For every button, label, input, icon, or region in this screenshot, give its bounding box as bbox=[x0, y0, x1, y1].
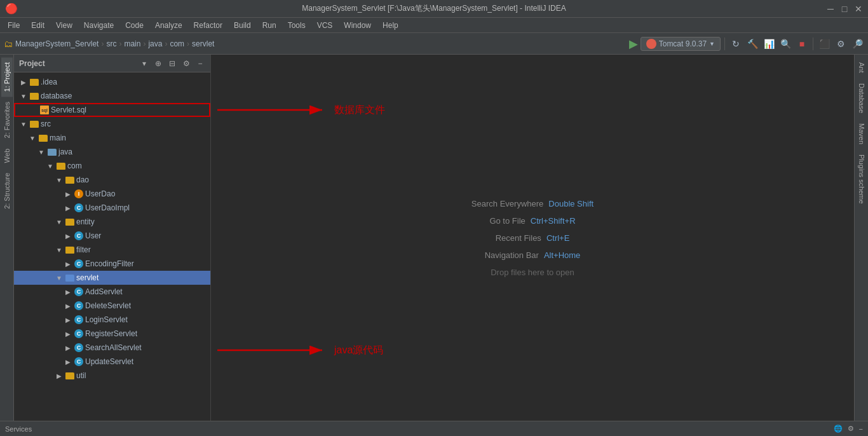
breadcrumb-com[interactable]: com bbox=[170, 39, 184, 48]
shortcut-goto-file: Go to File Ctrl+Shift+R bbox=[489, 216, 575, 226]
menu-code[interactable]: Code bbox=[120, 20, 149, 31]
menu-view[interactable]: View bbox=[51, 20, 78, 31]
maximize-button[interactable]: □ bbox=[840, 4, 849, 13]
close-button[interactable]: ✕ bbox=[854, 4, 863, 13]
menu-navigate[interactable]: Navigate bbox=[79, 20, 119, 31]
expand-java[interactable]: ▼ bbox=[37, 147, 46, 156]
expand-util[interactable]: ▶ bbox=[55, 371, 64, 380]
menu-window[interactable]: Window bbox=[339, 20, 376, 31]
tree-main[interactable]: ▼ main bbox=[14, 131, 210, 145]
tab-plugins[interactable]: Plugins scheme bbox=[856, 149, 867, 209]
tab-web[interactable]: Web bbox=[1, 144, 13, 168]
tree-idea[interactable]: ▶ .idea bbox=[14, 75, 210, 89]
expand-updateservlet[interactable]: ▶ bbox=[64, 357, 72, 366]
tree-entity[interactable]: ▼ entity bbox=[14, 215, 210, 229]
tab-ant[interactable]: Ant bbox=[856, 57, 867, 78]
menu-vcs[interactable]: VCS bbox=[312, 20, 338, 31]
tab-database[interactable]: Database bbox=[856, 78, 867, 118]
expand-entity[interactable]: ▼ bbox=[55, 217, 64, 226]
tab-maven[interactable]: Maven bbox=[856, 118, 867, 149]
tree-encodingfilter[interactable]: ▶ C EncodingFilter bbox=[14, 257, 210, 271]
tree-userdaoimpl-label: UserDaoImpl bbox=[85, 203, 130, 212]
project-collapse-btn[interactable]: ⊟ bbox=[167, 58, 177, 69]
minimize-button[interactable]: ─ bbox=[826, 4, 835, 13]
menu-run[interactable]: Run bbox=[257, 20, 281, 31]
search-everywhere-btn[interactable]: 🔎 bbox=[850, 37, 864, 51]
tree-src[interactable]: ▼ src bbox=[14, 117, 210, 131]
tree-database[interactable]: ▼ database bbox=[14, 89, 210, 103]
menu-help[interactable]: Help bbox=[377, 20, 403, 31]
menu-file[interactable]: File bbox=[3, 20, 25, 31]
tree-filter[interactable]: ▼ filter bbox=[14, 243, 210, 257]
expand-servlet[interactable]: ▼ bbox=[55, 273, 64, 282]
tree-util[interactable]: ▶ util bbox=[14, 369, 210, 383]
stop-button[interactable]: ■ bbox=[795, 37, 809, 51]
shortcut-recent-files: Recent Files Ctrl+E bbox=[496, 233, 570, 243]
expand-main[interactable]: ▼ bbox=[28, 133, 37, 142]
expand-addservlet[interactable]: ▶ bbox=[64, 287, 72, 296]
menu-tools[interactable]: Tools bbox=[283, 20, 311, 31]
expand-deleteservlet[interactable]: ▶ bbox=[64, 301, 72, 310]
expand-encodingfilter[interactable]: ▶ bbox=[64, 259, 72, 268]
settings-button[interactable]: ⚙ bbox=[834, 37, 848, 51]
class-icon-registerservlet: C bbox=[74, 329, 83, 338]
tree-updateservlet-label: UpdateServlet bbox=[85, 357, 133, 366]
tree-dao[interactable]: ▼ dao bbox=[14, 173, 210, 187]
project-minimize-btn[interactable]: − bbox=[195, 58, 205, 69]
menu-edit[interactable]: Edit bbox=[26, 20, 50, 31]
expand-searchallservlet[interactable]: ▶ bbox=[64, 343, 72, 352]
toolbar-right: ▶ Tomcat 9.0.37 ▼ ↻ 🔨 📊 🔍 ■ ⬛ ⚙ 🔎 bbox=[629, 37, 864, 51]
expand-com[interactable]: ▼ bbox=[46, 161, 55, 170]
tree-user[interactable]: ▶ C User bbox=[14, 229, 210, 243]
project-dropdown-btn[interactable]: ▾ bbox=[139, 58, 149, 69]
breadcrumb-project[interactable]: ManagerSystem_Servlet bbox=[15, 39, 98, 48]
breadcrumb-java[interactable]: java bbox=[148, 39, 162, 48]
breadcrumb-servlet[interactable]: servlet bbox=[192, 39, 214, 48]
project-add-btn[interactable]: ⊕ bbox=[153, 58, 163, 69]
tree-loginservlet[interactable]: ▶ C LoginServlet bbox=[14, 313, 210, 327]
expand-database[interactable]: ▼ bbox=[19, 92, 28, 100]
expand-dao[interactable]: ▼ bbox=[55, 175, 64, 184]
terminal-button[interactable]: ⬛ bbox=[817, 37, 831, 51]
expand-registerservlet[interactable]: ▶ bbox=[64, 329, 72, 338]
expand-idea[interactable]: ▶ bbox=[19, 78, 28, 86]
tree-searchallservlet[interactable]: ▶ C SearchAllServlet bbox=[14, 341, 210, 355]
tree-java[interactable]: ▼ java bbox=[14, 145, 210, 159]
reload-button[interactable]: ↻ bbox=[729, 37, 743, 51]
breadcrumb-main[interactable]: main bbox=[124, 39, 140, 48]
tree-userdao[interactable]: ▶ I UserDao bbox=[14, 187, 210, 201]
expand-userdaoimpl[interactable]: ▶ bbox=[64, 203, 72, 212]
expand-src[interactable]: ▼ bbox=[19, 119, 28, 128]
shortcut-label-search: Search Everywhere bbox=[471, 199, 543, 208]
tree-servlet[interactable]: ▼ servlet bbox=[14, 271, 210, 285]
expand-userdao[interactable]: ▶ bbox=[64, 189, 72, 198]
search-button[interactable]: 🔍 bbox=[778, 37, 792, 51]
menu-build[interactable]: Build bbox=[229, 20, 256, 31]
build-button[interactable]: 🔨 bbox=[745, 37, 759, 51]
tree-addservlet[interactable]: ▶ C AddServlet bbox=[14, 285, 210, 299]
project-settings-btn[interactable]: ⚙ bbox=[181, 58, 191, 69]
class-icon-loginservlet: C bbox=[74, 315, 83, 324]
tree-util-label: util bbox=[76, 371, 86, 380]
tab-project[interactable]: 1: Project bbox=[1, 57, 13, 97]
tree-registerservlet-label: RegisterServlet bbox=[85, 329, 137, 338]
tree-deleteservlet[interactable]: ▶ C DeleteServlet bbox=[14, 299, 210, 313]
tomcat-label: Tomcat 9.0.37 bbox=[659, 39, 707, 48]
expand-loginservlet[interactable]: ▶ bbox=[64, 315, 72, 324]
tree-servlet-sql[interactable]: ▶ sql Servlet.sql bbox=[14, 103, 210, 117]
tree-com[interactable]: ▼ com bbox=[14, 159, 210, 173]
tab-structure[interactable]: 2: Structure bbox=[1, 168, 13, 214]
tree-searchallservlet-label: SearchAllServlet bbox=[85, 343, 142, 352]
tab-favorites[interactable]: 2: Favorites bbox=[1, 97, 13, 143]
tree-registerservlet[interactable]: ▶ C RegisterServlet bbox=[14, 327, 210, 341]
menu-analyze[interactable]: Analyze bbox=[150, 20, 187, 31]
tree-updateservlet[interactable]: ▶ C UpdateServlet bbox=[14, 355, 210, 369]
breadcrumb-src[interactable]: src bbox=[106, 39, 116, 48]
expand-user[interactable]: ▶ bbox=[64, 231, 72, 240]
tomcat-run-config[interactable]: Tomcat 9.0.37 ▼ bbox=[641, 37, 721, 51]
expand-filter[interactable]: ▼ bbox=[55, 245, 64, 254]
tree-userdaoimpl[interactable]: ▶ C UserDaoImpl bbox=[14, 201, 210, 215]
menu-refactor[interactable]: Refactor bbox=[189, 20, 227, 31]
services-label[interactable]: Services bbox=[5, 425, 32, 433]
coverage-button[interactable]: 📊 bbox=[762, 37, 776, 51]
